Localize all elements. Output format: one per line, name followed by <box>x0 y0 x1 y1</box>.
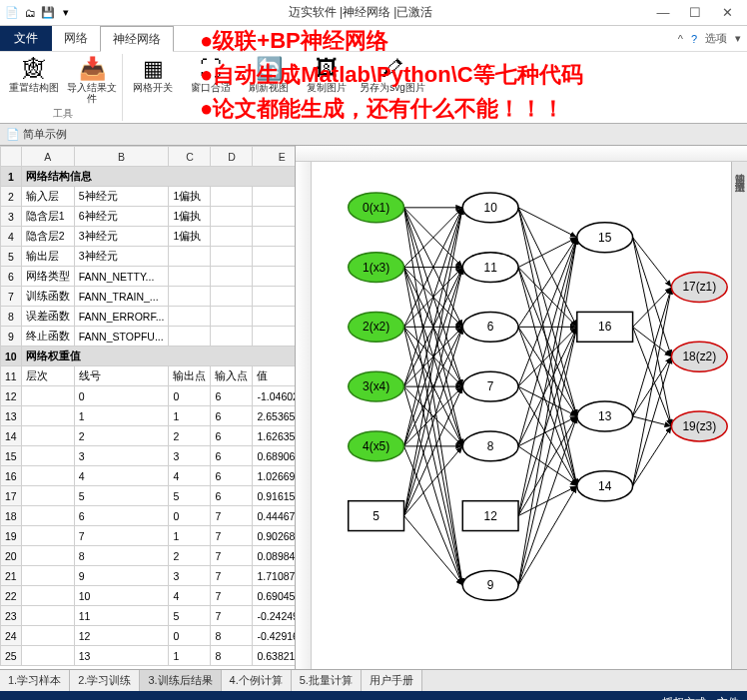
table-row[interactable]: 131162.65365 <box>1 406 296 426</box>
table-row[interactable]: 175560.91615 <box>1 486 296 506</box>
ruler-horizontal <box>296 146 747 162</box>
table-row[interactable]: 231157-0.242497 <box>1 606 296 626</box>
collapse-icon[interactable]: ^ <box>678 33 683 45</box>
svg-text:7: 7 <box>487 379 494 393</box>
table-row[interactable]: 208270.0898473 <box>1 546 296 566</box>
diagram-canvas[interactable]: 0(x1)1(x3)2(x2)3(x4)4(x5)510116781291516… <box>318 168 743 665</box>
svg-text:6: 6 <box>487 320 494 334</box>
panel-icon: 📄 <box>6 128 20 141</box>
menu-right: ^ ? 选项 ▾ <box>678 26 747 51</box>
titlebar: 📄 🗂 💾 ▾ 迈实软件 |神经网络 |已激活 — ☐ ✕ <box>0 0 747 26</box>
table-row[interactable]: 164461.02669 <box>1 466 296 486</box>
svg-text:2(x2): 2(x2) <box>363 320 389 334</box>
close-button[interactable]: ✕ <box>711 3 743 23</box>
menu-network[interactable]: 网络 <box>52 26 100 51</box>
table-row[interactable]: 241208-0.429161 <box>1 626 296 646</box>
svg-text:19(z3): 19(z3) <box>682 419 716 433</box>
tab-results[interactable]: 3.训练后结果 <box>140 670 221 691</box>
svg-icon: 🖍 <box>378 56 406 82</box>
table-row[interactable]: 8误差函数FANN_ERRORF... <box>1 307 296 327</box>
section-row[interactable]: 1网络结构信息 <box>1 167 296 187</box>
svg-text:17(z1): 17(z1) <box>682 281 716 295</box>
table-row[interactable]: 197170.902681 <box>1 526 296 546</box>
ribbon: 🕸 重置结构图 📥 导入结果文件 工具 ▦ 网格开关 ⛶ 窗口合适 🔄 刷新视图 <box>0 52 747 124</box>
svg-text:10: 10 <box>484 201 498 215</box>
table-row[interactable]: 9终止函数FANN_STOPFU... <box>1 327 296 347</box>
tab-case[interactable]: 4.个例计算 <box>222 670 292 691</box>
panel-title: 简单示例 <box>23 127 67 142</box>
svg-text:15: 15 <box>598 231 612 245</box>
svg-text:14: 14 <box>598 479 612 493</box>
table-row[interactable]: 7训练函数FANN_TRAIN_... <box>1 287 296 307</box>
qat-icon-2[interactable]: 🗂 <box>22 5 38 21</box>
quick-access-toolbar: 📄 🗂 💾 ▾ <box>4 5 74 21</box>
qat-icon-1[interactable]: 📄 <box>4 5 20 21</box>
svg-text:16: 16 <box>598 320 612 334</box>
fit-window-button[interactable]: ⛶ 窗口合适 <box>183 54 239 95</box>
copy-icon: 🖼 <box>313 56 341 82</box>
svg-text:11: 11 <box>484 261 498 275</box>
menu-bar: 文件 网络 神经网络 ^ ? 选项 ▾ <box>0 26 747 52</box>
main-area: A B C D E 1网络结构信息 2输入层5神经元1偏执3隐含层16神经元1偏… <box>0 146 747 669</box>
reset-structure-button[interactable]: 🕸 重置结构图 <box>6 54 62 106</box>
status-bar: 授权方式：文件 <box>0 691 747 700</box>
table-row[interactable]: 2输入层5神经元1偏执 <box>1 187 296 207</box>
table-row[interactable]: 186070.444673 <box>1 506 296 526</box>
table-row[interactable]: 6网络类型FANN_NETTY... <box>1 267 296 287</box>
table-row[interactable]: 12006-1.04602 <box>1 386 296 406</box>
qat-icon-4[interactable]: ▾ <box>58 5 74 21</box>
network-icon: 🕸 <box>20 56 48 82</box>
grid-toggle-button[interactable]: ▦ 网格开关 <box>125 54 181 95</box>
ruler-vertical <box>296 162 312 669</box>
bottom-tabs: 1.学习样本 2.学习训练 3.训练后结果 4.个例计算 5.批量计算 用户手册 <box>0 669 747 691</box>
svg-text:1(x3): 1(x3) <box>363 261 389 275</box>
refresh-view-button[interactable]: 🔄 刷新视图 <box>241 54 297 95</box>
window-title: 迈实软件 |神经网络 |已激活 <box>74 4 647 21</box>
maximize-button[interactable]: ☐ <box>679 3 711 23</box>
tab-samples[interactable]: 1.学习样本 <box>0 670 70 691</box>
neural-net-svg: 0(x1)1(x3)2(x2)3(x4)4(x5)510116781291516… <box>318 168 743 665</box>
menu-file[interactable]: 文件 <box>0 26 52 51</box>
tab-manual[interactable]: 用户手册 <box>362 670 422 691</box>
svg-text:5: 5 <box>373 509 379 523</box>
column-headers: A B C D E <box>1 147 296 167</box>
tab-batch[interactable]: 5.批量计算 <box>292 670 362 691</box>
table-row[interactable]: 2513180.638211 <box>1 646 296 666</box>
options-label[interactable]: 选项 <box>705 31 727 46</box>
save-svg-button[interactable]: 🖍 另存为svg图片 <box>357 54 428 95</box>
svg-text:3(x4): 3(x4) <box>363 379 389 393</box>
group-label-tools: 工具 <box>53 107 73 121</box>
copy-image-button[interactable]: 🖼 复制图片 <box>299 54 355 95</box>
table-row[interactable]: 153360.689064 <box>1 446 296 466</box>
help-icon[interactable]: ? <box>691 33 697 45</box>
header-row-2[interactable]: 11层次线号输出点输入点值 <box>1 366 296 386</box>
table-row[interactable]: 142261.62635 <box>1 426 296 446</box>
table-row[interactable]: 5输出层3神经元 <box>1 247 296 267</box>
refresh-icon: 🔄 <box>255 56 283 82</box>
left-panel: A B C D E 1网络结构信息 2输入层5神经元1偏执3隐含层16神经元1偏… <box>0 146 296 669</box>
table-row[interactable]: 219371.71087 <box>1 566 296 586</box>
table-row[interactable]: 2210470.690457 <box>1 586 296 606</box>
status-text: 授权方式：文件 <box>662 695 739 701</box>
grid-icon: ▦ <box>139 56 167 82</box>
qat-icon-3[interactable]: 💾 <box>40 5 56 21</box>
ribbon-group-view: ▦ 网格开关 ⛶ 窗口合适 🔄 刷新视图 🖼 复制图片 🖍 另存为svg图片 <box>123 54 430 121</box>
right-panel: 运动胡连测维型法 0(x1)1(x3)2(x2)3(x4)4(x5)510116… <box>296 146 747 669</box>
svg-text:13: 13 <box>598 409 612 423</box>
svg-text:9: 9 <box>487 578 494 592</box>
table-row[interactable]: 4隐含层23神经元1偏执 <box>1 227 296 247</box>
window-buttons: — ☐ ✕ <box>647 3 743 23</box>
panel-bar: 📄 简单示例 <box>0 124 747 146</box>
import-result-button[interactable]: 📥 导入结果文件 <box>64 54 120 106</box>
fit-icon: ⛶ <box>197 56 225 82</box>
section-row[interactable]: 10网络权重值 <box>1 347 296 366</box>
table-row[interactable]: 3隐含层16神经元1偏执 <box>1 207 296 227</box>
ribbon-group-tools: 🕸 重置结构图 📥 导入结果文件 工具 <box>4 54 123 121</box>
import-icon: 📥 <box>78 56 106 82</box>
svg-text:18(z2): 18(z2) <box>682 350 716 363</box>
minimize-button[interactable]: — <box>647 3 679 23</box>
menu-neural[interactable]: 神经网络 <box>100 26 174 52</box>
options-dropdown-icon[interactable]: ▾ <box>735 32 741 45</box>
data-sheet[interactable]: A B C D E 1网络结构信息 2输入层5神经元1偏执3隐含层16神经元1偏… <box>0 146 295 669</box>
tab-training[interactable]: 2.学习训练 <box>70 670 140 691</box>
